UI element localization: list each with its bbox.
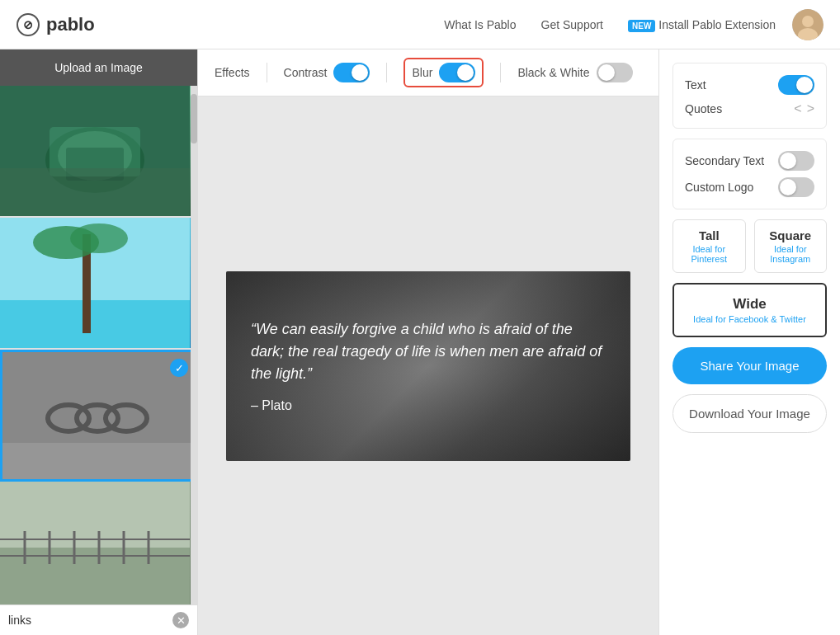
text-thumb xyxy=(796,77,813,93)
avatar[interactable] xyxy=(792,9,823,40)
size-square-desc: Ideal for Instagram xyxy=(763,244,819,264)
contrast-thumb xyxy=(352,64,368,81)
scrollbar-thumb[interactable] xyxy=(191,94,197,143)
custom-logo-toggle[interactable] xyxy=(778,177,814,197)
search-box: ✕ xyxy=(0,604,197,635)
prev-quote-arrow[interactable]: < xyxy=(794,101,801,116)
download-button[interactable]: Download Your Image xyxy=(672,394,827,433)
header-nav: What Is Pablo Get Support NEWInstall Pab… xyxy=(444,18,776,31)
canvas-wrap: “We can easily forgive a child who is af… xyxy=(198,96,658,635)
custom-logo-row: Custom Logo xyxy=(685,177,814,197)
canvas-quote-text: “We can easily forgive a child who is af… xyxy=(251,318,606,385)
toolbar-divider xyxy=(267,63,267,82)
app-header: ⊘ pablo What Is Pablo Get Support NEWIns… xyxy=(0,0,840,49)
bw-track xyxy=(597,63,633,82)
size-tall-desc: Ideal for Pinterest xyxy=(682,244,737,264)
bw-label: Black & White xyxy=(517,66,589,79)
custom-logo-label: Custom Logo xyxy=(685,181,753,194)
text-quotes-panel: Text Quotes < > xyxy=(672,63,827,129)
logo-link[interactable]: ⊘ pablo xyxy=(17,13,95,36)
svg-rect-18 xyxy=(2,443,192,482)
canvas-image[interactable]: “We can easily forgive a child who is af… xyxy=(226,271,630,461)
custom-logo-thumb xyxy=(780,179,796,195)
contrast-item: Contrast xyxy=(284,63,370,82)
text-toggle[interactable] xyxy=(778,75,814,95)
scrollbar-track[interactable] xyxy=(191,86,197,604)
blur-track xyxy=(439,63,475,82)
list-item[interactable] xyxy=(0,86,197,218)
list-item[interactable] xyxy=(0,218,197,350)
size-wide-desc: Ideal for Facebook & Twitter xyxy=(686,314,814,324)
toolbar-divider-3 xyxy=(500,63,501,82)
blur-label: Blur xyxy=(412,66,432,79)
thumbnail xyxy=(2,352,195,479)
selected-check: ✓ xyxy=(170,359,188,377)
secondary-text-thumb xyxy=(780,153,796,169)
blur-toggle[interactable] xyxy=(439,63,475,82)
secondary-text-track xyxy=(778,151,814,171)
blur-item: Blur xyxy=(403,58,484,87)
text-track xyxy=(778,75,814,95)
svg-rect-8 xyxy=(0,168,190,218)
size-square-label: Square xyxy=(763,228,819,242)
size-wide-label: Wide xyxy=(686,296,814,313)
contrast-track xyxy=(333,63,370,82)
toolbar: Effects Contrast Blur xyxy=(198,49,658,96)
size-tall-button[interactable]: Tall Ideal for Pinterest xyxy=(672,219,746,273)
secondary-panel: Secondary Text Custom Logo xyxy=(672,139,827,209)
quotes-row: Quotes < > xyxy=(685,101,814,116)
clear-search-button[interactable]: ✕ xyxy=(172,612,189,628)
list-item[interactable] xyxy=(0,482,197,604)
canvas-author-text: – Plato xyxy=(251,398,606,413)
left-sidebar: Upload an Image xyxy=(0,49,198,635)
thumbnail xyxy=(0,86,197,216)
next-quote-arrow[interactable]: > xyxy=(807,101,814,116)
thumbnail xyxy=(0,482,197,604)
svg-rect-10 xyxy=(0,300,190,350)
bw-toggle[interactable] xyxy=(597,63,633,82)
contrast-toggle[interactable] xyxy=(333,63,370,82)
svg-point-13 xyxy=(70,223,128,253)
quotes-arrows[interactable]: < > xyxy=(794,101,814,116)
toolbar-divider-2 xyxy=(386,63,387,82)
blur-thumb xyxy=(457,64,474,81)
arrow-annotation xyxy=(566,49,607,54)
quotes-label: Quotes xyxy=(685,102,722,115)
canvas-area: Effects Contrast Blur xyxy=(198,49,658,635)
text-label: Text xyxy=(685,78,706,92)
main-layout: Upload an Image xyxy=(0,49,840,635)
share-button[interactable]: Share Your Image xyxy=(672,347,827,384)
custom-logo-track xyxy=(778,177,814,197)
size-tall-label: Tall xyxy=(682,228,737,242)
bw-item: Black & White xyxy=(517,63,632,82)
nav-install[interactable]: NEWInstall Pablo Extension xyxy=(628,18,776,31)
effects-item: Effects xyxy=(215,66,250,79)
logo-text: pablo xyxy=(46,14,95,35)
logo-icon: ⊘ xyxy=(17,13,40,36)
contrast-label: Contrast xyxy=(284,66,328,79)
right-sidebar: Text Quotes < > Secondary Text xyxy=(658,49,840,635)
secondary-text-toggle[interactable] xyxy=(778,151,814,171)
nav-what-is[interactable]: What Is Pablo xyxy=(444,18,516,31)
upload-button[interactable]: Upload an Image xyxy=(0,49,197,86)
size-wide-button[interactable]: Wide Ideal for Facebook & Twitter xyxy=(672,283,827,337)
effects-label: Effects xyxy=(215,66,250,79)
svg-point-1 xyxy=(802,16,814,27)
list-item[interactable]: ✓ xyxy=(0,350,197,482)
size-square-button[interactable]: Square Ideal for Instagram xyxy=(754,219,828,273)
text-row: Text xyxy=(685,75,814,95)
search-input[interactable] xyxy=(8,614,168,627)
nav-support[interactable]: Get Support xyxy=(541,18,604,31)
size-options-row: Tall Ideal for Pinterest Square Ideal fo… xyxy=(672,219,827,273)
bw-thumb xyxy=(598,64,615,81)
secondary-text-label: Secondary Text xyxy=(685,154,764,167)
secondary-text-row: Secondary Text xyxy=(685,151,814,171)
thumbnail xyxy=(0,218,197,348)
image-list: ✓ xyxy=(0,86,197,604)
new-badge: NEW xyxy=(628,20,655,32)
